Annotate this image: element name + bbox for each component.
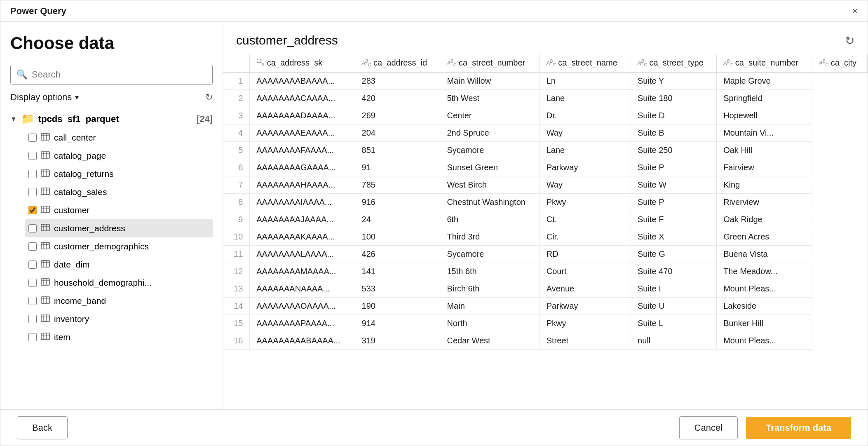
table-icon — [41, 169, 50, 179]
search-box: 🔍 — [10, 65, 213, 85]
tree-item-checkbox[interactable] — [28, 297, 37, 305]
row-number: 10 — [223, 228, 250, 246]
tree-item-checkbox[interactable] — [28, 170, 37, 178]
table-row: 10AAAAAAAAKAAAA...100Third 3rdCir.Suite … — [223, 228, 868, 246]
col-header-name: ca_suite_number — [735, 58, 798, 68]
svg-rect-32 — [41, 279, 49, 285]
table-row: 8AAAAAAAAIAAAA...916Chestnut WashingtonP… — [223, 194, 868, 211]
table-cell: Pkwy — [540, 315, 631, 332]
cancel-button[interactable]: Cancel — [679, 416, 738, 439]
table-cell: King — [717, 176, 812, 194]
table-cell: Cedar West — [440, 332, 540, 350]
table-cell: 24 — [355, 211, 440, 228]
col-header: ABCca_address_id — [355, 54, 440, 72]
tree-root-item[interactable]: ▼ 📁 tpcds_sf1_parquet [24] — [10, 109, 213, 129]
display-options-label: Display options — [10, 92, 72, 103]
table-row: 3AAAAAAAADAAAA...269CenterDr.Suite DHope… — [223, 107, 868, 124]
power-query-window: Power Query × Choose data 🔍 Display opti… — [0, 0, 868, 446]
tree-item[interactable]: catalog_returns — [25, 165, 213, 183]
display-options-toggle[interactable]: Display options ▾ ↻ — [10, 92, 213, 103]
table-cell: Fairview — [717, 159, 812, 176]
tree-item[interactable]: item — [25, 328, 213, 346]
tree-children: call_center catalog_page catalog_returns… — [10, 129, 213, 346]
tree-item-checkbox[interactable] — [28, 206, 37, 214]
tree-item-checkbox[interactable] — [28, 188, 37, 196]
table-cell: Suite D — [631, 107, 717, 124]
table-row: 2AAAAAAAACAAAA...4205th WestLaneSuite 18… — [223, 90, 868, 107]
table-row: 12AAAAAAAAMAAAA...14115th 6thCourtSuite … — [223, 263, 868, 280]
table-cell: AAAAAAAADAAAA... — [250, 107, 355, 124]
table-cell: AAAAAAANAAAA... — [250, 280, 355, 298]
transform-data-button[interactable]: Transform data — [746, 417, 851, 439]
table-cell: Mount Pleas... — [717, 280, 812, 298]
refresh-button[interactable]: ↻ — [205, 92, 213, 103]
table-cell: AAAAAAAAPAAAA... — [250, 315, 355, 332]
table-icon — [41, 332, 50, 342]
tree-item-label: household_demographi... — [54, 278, 152, 288]
tree-item[interactable]: customer_address — [25, 219, 213, 237]
tree-item[interactable]: household_demographi... — [25, 274, 213, 292]
tree-item[interactable]: catalog_sales — [25, 183, 213, 201]
table-row: 13AAAAAAANAAAA...533Birch 6thAvenueSuite… — [223, 280, 868, 298]
table-cell: Center — [440, 107, 540, 124]
table-cell: AAAAAAAAMAAAA... — [250, 263, 355, 280]
tree-root-label: tpcds_sf1_parquet — [38, 114, 192, 124]
table-icon — [41, 242, 50, 251]
table-cell: Suite P — [631, 194, 717, 211]
tree-item-checkbox[interactable] — [28, 279, 37, 287]
tree-item-label: inventory — [54, 314, 89, 324]
table-cell: 6th — [440, 211, 540, 228]
row-number: 12 — [223, 263, 250, 280]
table-cell: 426 — [355, 246, 440, 263]
refresh-table-button[interactable]: ↻ — [845, 34, 854, 47]
col-type-icon: ABC — [638, 59, 647, 67]
svg-rect-8 — [41, 170, 49, 176]
table-cell: Bunker Hill — [717, 315, 812, 332]
close-button[interactable]: × — [852, 6, 858, 16]
tree-item-checkbox[interactable] — [28, 242, 37, 251]
tree-item-checkbox[interactable] — [28, 134, 37, 142]
row-number: 5 — [223, 142, 250, 159]
tree-item[interactable]: catalog_page — [25, 147, 213, 165]
table-cell: Suite 180 — [631, 90, 717, 107]
col-type-icon: ABC — [819, 59, 828, 67]
table-cell: Mount Pleas... — [717, 332, 812, 350]
table-cell: Avenue — [540, 280, 631, 298]
tree-item-label: customer_address — [54, 223, 125, 233]
svg-rect-28 — [41, 261, 49, 267]
col-header-name: ca_street_name — [558, 58, 617, 68]
tree-item-label: catalog_returns — [54, 169, 114, 179]
tree-item[interactable]: call_center — [25, 129, 213, 147]
search-input[interactable] — [32, 69, 206, 80]
table-icon — [41, 314, 50, 324]
table-row: 16AAAAAAAAABAAAA...319Cedar WestStreetnu… — [223, 332, 868, 350]
row-number: 13 — [223, 280, 250, 298]
tree-item[interactable]: customer_demographics — [25, 237, 213, 256]
tree-item[interactable]: customer — [25, 201, 213, 219]
col-header: ABCca_street_name — [540, 54, 631, 72]
tree-item-checkbox[interactable] — [28, 261, 37, 269]
table-cell: Suite G — [631, 246, 717, 263]
table-tree: ▼ 📁 tpcds_sf1_parquet [24] call_center c… — [10, 109, 213, 409]
table-cell: 269 — [355, 107, 440, 124]
table-cell: AAAAAAAALAAAA... — [250, 246, 355, 263]
table-cell: AAAAAAAAIAAAA... — [250, 194, 355, 211]
tree-item-checkbox[interactable] — [28, 224, 37, 232]
svg-rect-12 — [41, 188, 49, 195]
tree-item[interactable]: income_band — [25, 292, 213, 310]
col-type-icon: ABC — [447, 59, 456, 67]
tree-item-checkbox[interactable] — [28, 315, 37, 323]
tree-item-checkbox[interactable] — [28, 333, 37, 341]
table-cell: Third 3rd — [440, 228, 540, 246]
table-cell: AAAAAAAAABAAAA... — [250, 332, 355, 350]
table-cell: Way — [540, 176, 631, 194]
tree-item-label: call_center — [54, 133, 96, 143]
col-header-rownum — [223, 54, 250, 72]
table-title: customer_address — [236, 33, 845, 47]
tree-item[interactable]: date_dim — [25, 256, 213, 274]
table-cell: Ct. — [540, 211, 631, 228]
table-cell: Buena Vista — [717, 246, 812, 263]
back-button[interactable]: Back — [17, 416, 68, 439]
tree-item[interactable]: inventory — [25, 310, 213, 328]
tree-item-checkbox[interactable] — [28, 152, 37, 160]
